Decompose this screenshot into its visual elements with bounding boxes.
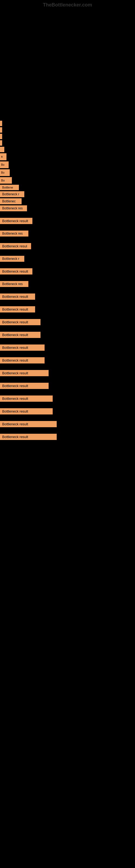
bottleneck-label: Bottleneck result xyxy=(0,293,35,300)
bottleneck-item: Bo xyxy=(0,177,135,184)
bottleneck-item: Bottleneck r xyxy=(0,191,135,198)
chart-area xyxy=(0,9,135,118)
bottleneck-label: Bottleneck result xyxy=(0,344,45,351)
bottleneck-item: Bottleneck result xyxy=(0,395,135,402)
bottleneck-label xyxy=(0,121,2,126)
bottleneck-item: Bottleneck result xyxy=(0,306,135,313)
items-container: BBoBoBoBottleneBottleneck rBottlenecBott… xyxy=(0,118,135,446)
bottleneck-label: Bottlene xyxy=(0,185,19,190)
bottleneck-label xyxy=(0,134,2,139)
bottleneck-label: Bottleneck res xyxy=(0,281,28,287)
bottleneck-label: Bo xyxy=(0,177,12,184)
bottleneck-item: Bo xyxy=(0,169,135,177)
bottleneck-label: Bottleneck result xyxy=(0,332,41,338)
bottleneck-item: Bottleneck result xyxy=(0,357,135,364)
bottleneck-label: Bo xyxy=(0,169,10,176)
bottleneck-label: Bottlenec xyxy=(0,198,21,204)
bottleneck-label xyxy=(0,140,2,146)
bottleneck-label: Bottleneck result xyxy=(0,408,53,414)
bottleneck-item: Bottleneck result xyxy=(0,433,135,440)
bottleneck-label: Bottleneck res xyxy=(0,205,27,211)
bottleneck-item: Bottleneck resul xyxy=(0,243,135,250)
bottleneck-label: Bottleneck result xyxy=(0,396,53,402)
bottleneck-label: Bottleneck r xyxy=(0,191,24,197)
bottleneck-label: Bottleneck res xyxy=(0,230,28,237)
bottleneck-label: Bottleneck r xyxy=(0,256,24,262)
bottleneck-item: Bottleneck r xyxy=(0,255,135,262)
bottleneck-item xyxy=(0,127,135,133)
bottleneck-item: Bottleneck result xyxy=(0,318,135,326)
bottleneck-item: Bottleneck res xyxy=(0,230,135,237)
bottleneck-item: Bottleneck result xyxy=(0,344,135,351)
bottleneck-label: Bottleneck result xyxy=(0,268,32,275)
bottleneck-item: Bottleneck result xyxy=(0,408,135,415)
bottleneck-item: Bottleneck result xyxy=(0,382,135,390)
bottleneck-label: Bottleneck result xyxy=(0,383,49,389)
bottleneck-item: Bottleneck result xyxy=(0,369,135,377)
bottleneck-label: Bottleneck resul xyxy=(0,243,31,249)
bottleneck-label: Bottleneck result xyxy=(0,357,45,364)
bottleneck-item xyxy=(0,133,135,140)
bottleneck-item: Bottlene xyxy=(0,184,135,191)
site-title: TheBottlenecker.com xyxy=(0,0,135,9)
bottleneck-label: Bo xyxy=(0,161,9,168)
bottleneck-item: Bottleneck result xyxy=(0,268,135,275)
bottleneck-label: Bottleneck result xyxy=(0,370,49,376)
bottleneck-label: Bottleneck result xyxy=(0,434,57,440)
bottleneck-item: Bottleneck result xyxy=(0,331,135,339)
bottleneck-label: Bottleneck result xyxy=(0,306,35,312)
bottleneck-label: B xyxy=(0,153,6,160)
bottleneck-item: Bottleneck result xyxy=(0,217,135,225)
bottleneck-label: Bottleneck result xyxy=(0,421,57,427)
bottleneck-label: Bottleneck result xyxy=(0,218,32,224)
bottleneck-item xyxy=(0,146,135,153)
bottleneck-label xyxy=(0,147,4,152)
bottleneck-item: Bottleneck res xyxy=(0,205,135,212)
bottleneck-item: B xyxy=(0,153,135,161)
bottleneck-item: Bottlenec xyxy=(0,198,135,205)
bottleneck-item: Bottleneck result xyxy=(0,293,135,300)
bottleneck-item: Bottleneck result xyxy=(0,421,135,428)
bottleneck-item xyxy=(0,140,135,146)
bottleneck-label: Bottleneck result xyxy=(0,319,41,325)
bottleneck-item: Bottleneck res xyxy=(0,280,135,287)
bottleneck-label xyxy=(0,127,2,133)
bottleneck-item: Bo xyxy=(0,161,135,169)
bottleneck-item xyxy=(0,120,135,127)
